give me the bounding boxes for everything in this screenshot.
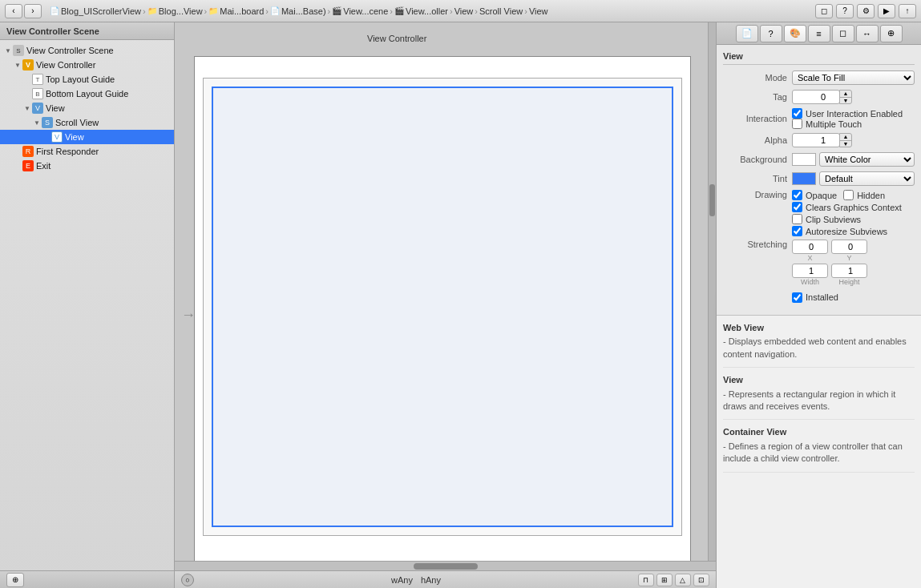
clears-graphics-check[interactable] bbox=[792, 202, 802, 212]
tint-swatch[interactable] bbox=[792, 172, 816, 185]
breadcrumb-item-1[interactable]: 📄 Blog_UIScrollerView bbox=[50, 6, 141, 16]
canvas-hscrollbar[interactable] bbox=[175, 561, 716, 570]
tag-input[interactable] bbox=[792, 90, 840, 104]
canvas-bottom-left: ○ bbox=[181, 574, 194, 586]
multiple-touch-label: Multiple Touch bbox=[806, 119, 862, 129]
clip-subviews-check[interactable] bbox=[792, 214, 802, 224]
inner-view-icon: V bbox=[51, 131, 63, 143]
background-row: Background White Color bbox=[723, 151, 915, 167]
stretch-h-input[interactable] bbox=[831, 264, 867, 278]
breadcrumb-item-8[interactable]: Scroll View bbox=[479, 6, 523, 16]
mode-select[interactable]: Scale To Fill bbox=[792, 70, 915, 85]
stretch-y-input[interactable] bbox=[831, 240, 867, 254]
layout-issues-btn[interactable]: △ bbox=[675, 574, 691, 586]
tag-stepper-down[interactable]: ▼ bbox=[840, 98, 851, 104]
hidden-check[interactable] bbox=[843, 190, 854, 200]
stretch-x-input[interactable] bbox=[792, 240, 828, 254]
layout-update-btn[interactable]: ⊡ bbox=[693, 574, 709, 586]
mode-label: Mode bbox=[723, 73, 787, 83]
multiple-touch-check[interactable] bbox=[792, 119, 802, 129]
clears-graphics-row: Clears Graphics Context bbox=[792, 202, 902, 212]
interaction-row: Interaction User Interaction Enabled Mul… bbox=[723, 108, 915, 129]
breadcrumb-item-7[interactable]: View bbox=[454, 6, 474, 16]
drawing-checks: Opaque Hidden Clears Graphics Context bbox=[792, 190, 902, 236]
tree-item-view[interactable]: ▼ V View bbox=[0, 101, 174, 115]
tree-item-scroll[interactable]: ▼ S Scroll View bbox=[0, 115, 174, 130]
bottom-layout-icon: B bbox=[32, 88, 43, 99]
autoresize-check[interactable] bbox=[792, 226, 802, 236]
canvas-vscrollbar[interactable] bbox=[708, 22, 716, 561]
tree-item-bottom-layout[interactable]: B Bottom Layout Guide bbox=[0, 87, 174, 101]
hscrollbar-thumb bbox=[414, 563, 478, 570]
tab-identity[interactable]: 🎨 bbox=[784, 25, 806, 42]
opaque-check[interactable] bbox=[792, 190, 802, 200]
tab-attributes[interactable]: ≡ bbox=[808, 25, 830, 42]
installed-check[interactable] bbox=[792, 292, 802, 303]
selected-view-frame[interactable] bbox=[212, 87, 673, 527]
tree-item-exit[interactable]: E Exit bbox=[0, 159, 174, 173]
alpha-stepper-down[interactable]: ▼ bbox=[840, 141, 851, 147]
tab-connections[interactable]: ↔ bbox=[856, 25, 879, 42]
breadcrumb-item-3[interactable]: 📁 Mai...board bbox=[208, 6, 264, 16]
interaction-label: Interaction bbox=[723, 114, 787, 123]
tag-row: Tag ▲ ▼ bbox=[723, 89, 915, 105]
help-btn[interactable]: ? bbox=[836, 4, 854, 18]
breadcrumb-item-2[interactable]: 📁 Blog...View bbox=[147, 6, 203, 16]
height-any-label: hAny bbox=[421, 575, 441, 585]
installed-row: Installed bbox=[723, 289, 915, 305]
layout-align-btn[interactable]: ⊞ bbox=[656, 574, 673, 586]
width-any-label: wAny bbox=[391, 575, 413, 585]
forward-button[interactable]: › bbox=[24, 4, 42, 18]
vc-icon: V bbox=[22, 59, 34, 70]
run-btn[interactable]: ▶ bbox=[878, 4, 895, 18]
stretch-row2: Width Height bbox=[792, 264, 867, 286]
back-button[interactable]: ‹ bbox=[5, 4, 22, 18]
left-panel-footer: ⊕ bbox=[0, 570, 174, 588]
autoresize-row: Autoresize Subviews bbox=[792, 226, 902, 236]
background-select[interactable]: White Color bbox=[819, 152, 915, 167]
alpha-stepper-up[interactable]: ▲ bbox=[840, 134, 851, 141]
settings-btn[interactable]: ⚙ bbox=[857, 4, 875, 18]
stretch-w-input[interactable] bbox=[792, 264, 828, 278]
canvas-area[interactable]: View Controller ⊞ ⊟ ⊡ ▮▮▮ bbox=[175, 22, 716, 588]
spacer4 bbox=[13, 147, 22, 156]
tab-size[interactable]: ◻ bbox=[832, 25, 854, 42]
tag-stepper-up[interactable]: ▲ bbox=[840, 91, 851, 98]
left-footer-btn1[interactable]: ⊕ bbox=[6, 573, 24, 587]
tab-file[interactable]: 📄 bbox=[736, 25, 758, 42]
tree-label: View Controller Scene bbox=[26, 46, 114, 55]
breadcrumb-item-6[interactable]: 🎬 View...oller bbox=[394, 6, 448, 16]
tree-item-scene[interactable]: ▼ S View Controller Scene bbox=[0, 43, 174, 58]
multiple-touch-row: Multiple Touch bbox=[792, 119, 903, 129]
opaque-row: Opaque bbox=[792, 190, 837, 200]
tint-row: Tint Default bbox=[723, 171, 915, 187]
main-canvas-frame bbox=[194, 56, 691, 561]
tab-quick-help[interactable]: ? bbox=[760, 25, 782, 42]
breadcrumb-item-4[interactable]: 📄 Mai...Base) bbox=[270, 6, 326, 16]
breadcrumb-item-5[interactable]: 🎬 View...cene bbox=[332, 6, 388, 16]
bottom-circle-btn[interactable]: ○ bbox=[181, 574, 194, 586]
drawing-label: Drawing bbox=[723, 190, 787, 199]
user-interaction-check[interactable] bbox=[792, 108, 802, 119]
tint-select[interactable]: Default bbox=[819, 171, 915, 186]
share-btn[interactable]: ↑ bbox=[899, 4, 916, 18]
scene-icon: S bbox=[13, 45, 24, 56]
tab-bindings[interactable]: ⊕ bbox=[880, 25, 903, 42]
breadcrumb-item-9[interactable]: View bbox=[529, 6, 548, 16]
tree-item-responder[interactable]: R First Responder bbox=[0, 144, 174, 159]
alpha-stepper[interactable]: ▲ ▼ bbox=[839, 133, 852, 147]
alpha-input[interactable] bbox=[792, 133, 840, 147]
tag-stepper[interactable]: ▲ ▼ bbox=[839, 90, 852, 104]
view-icon: V bbox=[32, 103, 43, 114]
desc-view-text: - Represents a rectangular region in whi… bbox=[723, 389, 915, 413]
file-tree: ▼ S View Controller Scene ▼ V View Contr… bbox=[0, 40, 174, 570]
alpha-row: Alpha ▲ ▼ bbox=[723, 132, 915, 148]
background-swatch[interactable] bbox=[792, 153, 816, 166]
desc-webview: Web View - Displays embedded web content… bbox=[723, 322, 915, 368]
tree-item-inner-view[interactable]: V View bbox=[0, 130, 174, 144]
tree-item-vc[interactable]: ▼ V View Controller bbox=[0, 58, 174, 72]
layout-pin-btn[interactable]: ⊓ bbox=[638, 574, 654, 586]
left-panel: View Controller Scene ▼ S View Controlle… bbox=[0, 22, 175, 588]
tree-item-top-layout[interactable]: T Top Layout Guide bbox=[0, 72, 174, 87]
inspector-btn[interactable]: ◻ bbox=[815, 4, 833, 18]
